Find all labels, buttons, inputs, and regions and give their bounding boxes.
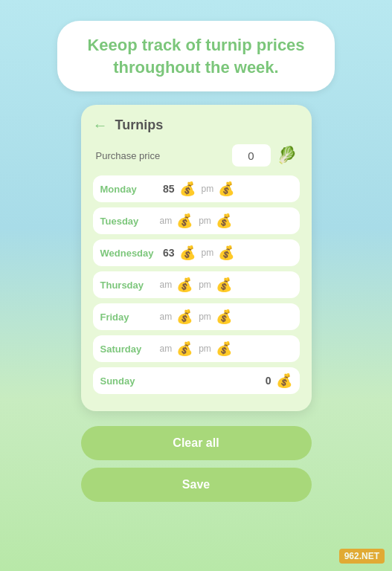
bag-icon-friday-pm[interactable]: 💰 bbox=[216, 309, 232, 325]
am-label-friday: am bbox=[160, 312, 173, 322]
day-value-wednesday-am: 63 bbox=[157, 247, 175, 259]
card-header: ← Turnips bbox=[93, 117, 300, 134]
bag-icon-saturday-am[interactable]: 💰 bbox=[176, 341, 193, 357]
day-row-friday: Friday am 💰 pm 💰 bbox=[93, 303, 300, 330]
header-title: Keeop track of turnip prices throughout … bbox=[87, 34, 304, 78]
pm-label-saturday: pm bbox=[199, 343, 211, 354]
day-row-thursday: Thursday am 💰 pm 💰 bbox=[93, 271, 300, 298]
day-name-sunday: Sunday bbox=[100, 375, 154, 387]
bag-icon-saturday-pm[interactable]: 💰 bbox=[216, 341, 232, 357]
bag-icon-tuesday-am[interactable]: 💰 bbox=[176, 213, 193, 229]
bag-icon-thursday-am[interactable]: 💰 bbox=[176, 277, 193, 293]
bag-icon-sunday[interactable]: 💰 bbox=[276, 372, 292, 389]
day-row-saturday: Saturday am 💰 pm 💰 bbox=[93, 335, 300, 362]
day-name-wednesday: Wednesday bbox=[100, 248, 154, 259]
day-row-sunday: Sunday 0 💰 bbox=[93, 367, 300, 394]
am-label-thursday: am bbox=[160, 280, 173, 290]
pm-label-tuesday: pm bbox=[199, 216, 211, 226]
bag-icon-tuesday-pm[interactable]: 💰 bbox=[216, 213, 232, 229]
bag-icon-monday-pm[interactable]: 💰 bbox=[218, 181, 234, 197]
card-title: Turnips bbox=[115, 117, 164, 133]
day-name-friday: Friday bbox=[100, 312, 154, 323]
day-value-sunday: 0 bbox=[254, 375, 271, 387]
am-label-tuesday: am bbox=[160, 216, 173, 226]
bag-icon-friday-am[interactable]: 💰 bbox=[176, 309, 193, 325]
day-row-monday: Monday 85 💰 pm 💰 bbox=[93, 175, 300, 202]
purchase-price-input[interactable] bbox=[232, 144, 271, 167]
day-name-tuesday: Tuesday bbox=[100, 216, 154, 227]
header-bubble: Keeop track of turnip prices throughout … bbox=[57, 21, 334, 91]
watermark: 962.NET bbox=[339, 549, 385, 564]
bag-icon-monday-am[interactable]: 💰 bbox=[179, 181, 196, 197]
turnip-icon: 🥬 bbox=[277, 147, 297, 164]
day-name-thursday: Thursday bbox=[100, 280, 154, 291]
am-label-saturday: am bbox=[160, 343, 173, 354]
turnips-card: ← Turnips Purchase price 🥬 Monday 85 💰 p… bbox=[81, 105, 312, 411]
pm-label-thursday: pm bbox=[199, 280, 211, 290]
day-name-monday: Monday bbox=[100, 184, 154, 195]
pm-label-friday: pm bbox=[199, 312, 211, 322]
day-row-wednesday: Wednesday 63 💰 pm 💰 bbox=[93, 239, 300, 266]
back-button[interactable]: ← bbox=[93, 117, 108, 134]
day-row-tuesday: Tuesday am 💰 pm 💰 bbox=[93, 207, 300, 234]
purchase-label: Purchase price bbox=[96, 150, 161, 161]
pm-label-wednesday: pm bbox=[202, 248, 214, 258]
day-name-saturday: Saturday bbox=[100, 343, 154, 355]
bag-icon-wednesday-pm[interactable]: 💰 bbox=[218, 245, 234, 261]
bag-icon-thursday-pm[interactable]: 💰 bbox=[216, 277, 232, 293]
purchase-row: Purchase price 🥬 bbox=[93, 144, 300, 167]
pm-label-monday: pm bbox=[202, 184, 214, 194]
bag-icon-wednesday-am[interactable]: 💰 bbox=[179, 245, 196, 261]
day-value-monday-am: 85 bbox=[157, 183, 175, 195]
clear-all-button[interactable]: Clear all bbox=[81, 426, 312, 460]
save-button[interactable]: Save bbox=[81, 468, 312, 502]
